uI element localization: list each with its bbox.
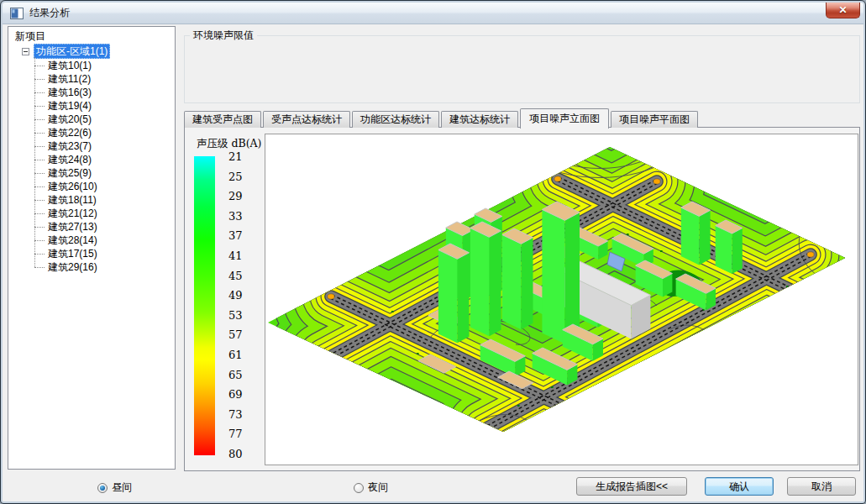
legend-tick: 65: [228, 369, 243, 381]
tree-root: 新项目: [13, 29, 173, 43]
legend-gradient: [194, 156, 215, 455]
legend-ticks: 21252933374145495357616569737780: [228, 156, 254, 455]
tab-5[interactable]: 项目噪声立面图: [520, 108, 609, 129]
legend-tick: 25: [228, 171, 243, 183]
confirm-button[interactable]: 确认: [705, 477, 774, 496]
legend-tick: 69: [228, 388, 243, 401]
building: [716, 220, 743, 274]
tree-item[interactable]: 建筑18(11): [13, 193, 173, 207]
radio-daytime[interactable]: 昼间: [97, 480, 132, 495]
tree-item[interactable]: 建筑26(10): [13, 180, 173, 193]
tree-group-label[interactable]: 功能区-区域1(1): [34, 44, 110, 59]
legend-tick: 45: [228, 270, 243, 282]
tab-6[interactable]: 项目噪声平面图: [611, 111, 698, 128]
app-icon: [10, 8, 24, 19]
radio-nighttime-icon: [354, 483, 364, 493]
close-icon: ✕: [838, 4, 847, 16]
radio-nighttime[interactable]: 夜间: [354, 480, 388, 495]
tree-item[interactable]: 建筑23(7): [13, 139, 173, 153]
legend-tick: 37: [228, 229, 243, 242]
tree-item[interactable]: 建筑24(8): [13, 153, 173, 166]
tree-item[interactable]: 建筑10(1): [13, 59, 173, 72]
result-analysis-dialog: 结果分析 ✕ 新项目 功能区-区域1(1) 建筑10(1)建筑11(2)建筑16…: [0, 0, 866, 504]
tree-item[interactable]: 建筑28(14): [13, 234, 173, 247]
cancel-button[interactable]: 取消: [787, 477, 856, 496]
tree-item[interactable]: 建筑16(3): [13, 86, 173, 99]
legend-tick: 57: [228, 328, 243, 341]
building: [438, 244, 470, 343]
legend-tick: 21: [228, 150, 243, 163]
tree-item[interactable]: 建筑25(9): [13, 166, 173, 180]
generate-report-button[interactable]: 生成报告插图<<: [576, 477, 687, 496]
legend-tick: 77: [228, 428, 243, 440]
building: [542, 202, 580, 344]
tree-item[interactable]: 建筑17(15): [13, 247, 173, 260]
tree-children: 建筑10(1)建筑11(2)建筑16(3)建筑19(4)建筑20(5)建筑22(…: [13, 59, 173, 274]
legend-title: 声压级 dB(A): [197, 137, 261, 151]
noise-map-viewport[interactable]: [265, 134, 858, 465]
legend-tick: 80: [228, 448, 243, 460]
legend-tick: 61: [228, 349, 243, 361]
legend-tick: 29: [228, 190, 243, 202]
legend-tick: 49: [228, 289, 243, 302]
tab-2[interactable]: 受声点达标统计: [263, 111, 350, 128]
tree-group-row[interactable]: 功能区-区域1(1): [13, 44, 173, 59]
legend-tick: 41: [228, 249, 243, 262]
radio-nighttime-label: 夜间: [368, 480, 388, 495]
tree-item[interactable]: 建筑27(13): [13, 220, 173, 234]
close-button[interactable]: ✕: [826, 3, 860, 18]
legend-tick: 33: [228, 210, 243, 223]
radio-daytime-icon: [97, 483, 108, 493]
noise-limit-label: 环境噪声限值: [190, 29, 257, 43]
legend-tick: 73: [228, 408, 243, 421]
tree-item[interactable]: 建筑21(12): [13, 207, 173, 220]
tab-page-elevation: 声压级 dB(A) 212529333741454953576165697377…: [184, 127, 860, 471]
project-tree[interactable]: 新项目 功能区-区域1(1) 建筑10(1)建筑11(2)建筑16(3)建筑19…: [8, 26, 176, 470]
legend-tick: 53: [228, 309, 243, 322]
tab-bar: 建筑受声点图受声点达标统计功能区达标统计建筑达标统计项目噪声立面图项目噪声平面图: [184, 108, 700, 128]
window-title: 结果分析: [29, 6, 70, 20]
tab-3[interactable]: 功能区达标统计: [352, 111, 439, 128]
noise-limit-groupbox: 环境噪声限值: [184, 29, 860, 103]
noise-map-3d: [265, 134, 858, 465]
building: [502, 228, 533, 329]
tree-item[interactable]: 建筑29(16): [13, 260, 173, 274]
building: [470, 222, 501, 336]
radio-daytime-label: 昼间: [112, 480, 132, 495]
tree-item[interactable]: 建筑11(2): [13, 72, 173, 86]
titlebar[interactable]: 结果分析 ✕: [3, 3, 863, 24]
tab-4[interactable]: 建筑达标统计: [441, 111, 518, 128]
tree-item[interactable]: 建筑22(6): [13, 126, 173, 139]
building: [681, 202, 711, 265]
tree-item[interactable]: 建筑20(5): [13, 113, 173, 126]
tab-1[interactable]: 建筑受声点图: [184, 111, 261, 128]
tree-item[interactable]: 建筑19(4): [13, 99, 173, 113]
collapse-expander-icon[interactable]: [22, 48, 29, 55]
